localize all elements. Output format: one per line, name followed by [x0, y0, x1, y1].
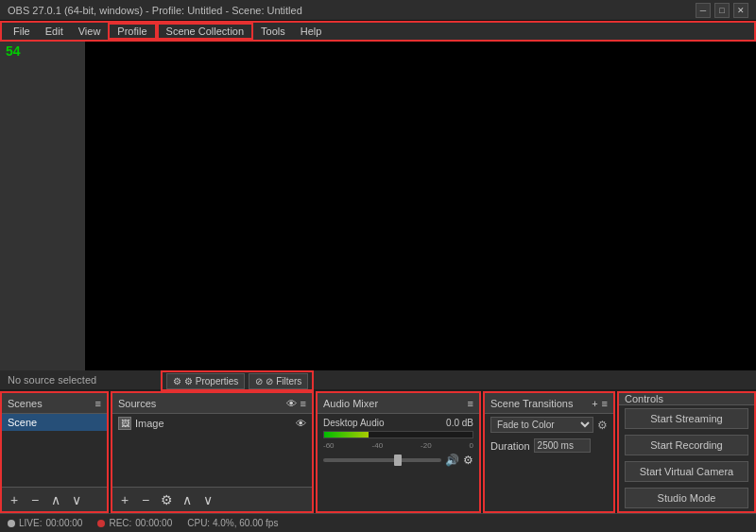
window-title: OBS 27.0.1 (64-bit, windows) - Profile: … [8, 5, 302, 16]
scenes-remove-button[interactable]: − [26, 491, 43, 508]
start-streaming-button[interactable]: Start Streaming [625, 408, 748, 429]
maximize-button[interactable]: □ [714, 3, 730, 18]
filter-icon: ⊘ [255, 376, 263, 386]
live-label: LIVE: [19, 518, 42, 528]
audio-channel-header: Desktop Audio 0.0 dB [323, 418, 473, 428]
audio-meter-scale: -60 -40 -20 0 [323, 441, 473, 450]
image-source-icon: 🖼 [118, 417, 131, 430]
audio-mixer-panel: Audio Mixer ≡ Desktop Audio 0.0 dB -60 -… [316, 391, 481, 513]
source-item-image[interactable]: 🖼 Image 👁 [112, 414, 312, 433]
no-source-bar: No source selected [0, 370, 756, 389]
audio-meter [323, 431, 473, 438]
menu-bar: File Edit View Profile Scene Collection … [0, 21, 756, 42]
transition-gear-icon[interactable]: ⚙ [597, 419, 608, 432]
duration-row: Duration [485, 436, 613, 455]
scenes-header-icons: ≡ [95, 398, 101, 409]
preview-canvas[interactable] [85, 42, 756, 370]
filters-button[interactable]: ⊘ ⊘ Filters [249, 373, 308, 389]
sources-title: Sources [118, 398, 156, 409]
audio-meter-fill [324, 432, 369, 438]
rec-status: REC: 00:00:00 [97, 518, 172, 528]
bottom-panels: Scenes ≡ Scene + − ∧ ∨ Sources 👁 ≡ 🖼 Ima… [0, 391, 756, 513]
duration-input[interactable] [534, 438, 591, 453]
sources-panel-header: Sources 👁 ≡ [112, 393, 312, 414]
menu-help[interactable]: Help [293, 23, 330, 40]
menu-tools[interactable]: Tools [253, 23, 293, 40]
minimize-button[interactable]: ─ [696, 3, 711, 18]
transitions-add-icon[interactable]: + [592, 398, 597, 409]
props-filters-bar: ⚙ ⚙ Properties ⊘ ⊘ Filters [161, 370, 314, 391]
scenes-title: Scenes [8, 398, 43, 409]
source-label: Image [135, 418, 164, 429]
live-status: LIVE: 00:00:00 [8, 518, 82, 528]
sources-add-button[interactable]: + [116, 491, 133, 508]
audio-controls: 🔊 ⚙ [323, 454, 473, 467]
transition-row: Fade to Color Cut Fade ⚙ [485, 414, 613, 436]
window-controls: ─ □ ✕ [696, 3, 748, 18]
duration-label: Duration [490, 440, 530, 452]
scenes-menu-icon[interactable]: ≡ [95, 398, 101, 409]
scenes-panel-header: Scenes ≡ [2, 393, 107, 414]
sources-menu-icon[interactable]: ≡ [301, 398, 306, 409]
cpu-status: CPU: 4.0%, 60.00 fps [187, 518, 278, 528]
transitions-title: Scene Transitions [490, 398, 573, 409]
sources-eye-icon[interactable]: 👁 [286, 398, 297, 409]
sources-panel: Sources 👁 ≡ 🖼 Image 👁 + − ⚙ ∧ ∨ [111, 391, 314, 513]
rec-label: REC: [109, 518, 131, 528]
menu-edit[interactable]: Edit [38, 23, 71, 40]
menu-file[interactable]: File [6, 23, 38, 40]
audio-settings-icon[interactable]: ⚙ [463, 454, 473, 467]
scenes-up-button[interactable]: ∧ [47, 491, 64, 508]
mute-icon[interactable]: 🔊 [445, 454, 459, 467]
transitions-panel-header: Scene Transitions + ≡ [485, 393, 613, 414]
studio-mode-button[interactable]: Studio Mode [625, 488, 748, 508]
menu-view[interactable]: View [71, 23, 109, 40]
close-button[interactable]: ✕ [733, 3, 748, 18]
properties-button[interactable]: ⚙ ⚙ Properties [166, 373, 245, 389]
menu-profile[interactable]: Profile [108, 23, 156, 40]
status-bar: LIVE: 00:00:00 REC: 00:00:00 CPU: 4.0%, … [0, 513, 756, 532]
volume-slider[interactable] [323, 458, 441, 462]
fps-counter: 54 [6, 43, 21, 59]
volume-thumb [394, 455, 402, 466]
sources-footer: + − ⚙ ∧ ∨ [112, 487, 312, 511]
rec-time: 00:00:00 [135, 518, 172, 528]
audio-mixer-icons: ≡ [468, 398, 473, 409]
audio-channel-name: Desktop Audio [323, 418, 385, 428]
preview-left-sidebar [0, 42, 85, 370]
start-virtual-camera-button[interactable]: Start Virtual Camera [625, 461, 748, 482]
scene-item[interactable]: Scene [2, 414, 107, 431]
image-icon: 🖼 [121, 419, 129, 428]
audio-menu-icon[interactable]: ≡ [468, 398, 473, 409]
audio-channel: Desktop Audio 0.0 dB -60 -40 -20 0 🔊 ⚙ [318, 414, 479, 471]
scenes-panel: Scenes ≡ Scene + − ∧ ∨ [0, 391, 109, 513]
audio-mixer-title: Audio Mixer [323, 398, 378, 409]
scenes-down-button[interactable]: ∨ [68, 491, 85, 508]
title-bar: OBS 27.0.1 (64-bit, windows) - Profile: … [0, 0, 756, 21]
controls-title: Controls [625, 393, 663, 404]
live-dot [8, 520, 15, 527]
sources-remove-button[interactable]: − [137, 491, 154, 508]
live-time: 00:00:00 [45, 518, 82, 528]
menu-scene-collection[interactable]: Scene Collection [157, 23, 254, 40]
scene-transitions-panel: Scene Transitions + ≡ Fade to Color Cut … [483, 391, 615, 513]
sources-header-icons: 👁 ≡ [286, 398, 306, 409]
controls-panel-header: Controls [619, 393, 754, 405]
audio-volume-db: 0.0 dB [446, 418, 473, 428]
scenes-footer: + − ∧ ∨ [2, 487, 107, 511]
rec-dot [97, 520, 105, 527]
source-visibility-icon[interactable]: 👁 [296, 418, 306, 429]
sources-up-button[interactable]: ∧ [179, 491, 196, 508]
sources-settings-button[interactable]: ⚙ [158, 491, 175, 508]
scenes-add-button[interactable]: + [6, 491, 23, 508]
transitions-icons: + ≡ [592, 398, 608, 409]
controls-panel: Controls Start Streaming Start Recording… [617, 391, 756, 513]
sources-down-button[interactable]: ∨ [199, 491, 216, 508]
audio-mixer-header: Audio Mixer ≡ [318, 393, 479, 414]
gear-icon: ⚙ [173, 376, 181, 386]
start-recording-button[interactable]: Start Recording [625, 435, 748, 455]
transition-select[interactable]: Fade to Color Cut Fade [490, 417, 593, 433]
no-source-label: No source selected [8, 374, 96, 386]
transitions-menu-icon[interactable]: ≡ [602, 398, 608, 409]
